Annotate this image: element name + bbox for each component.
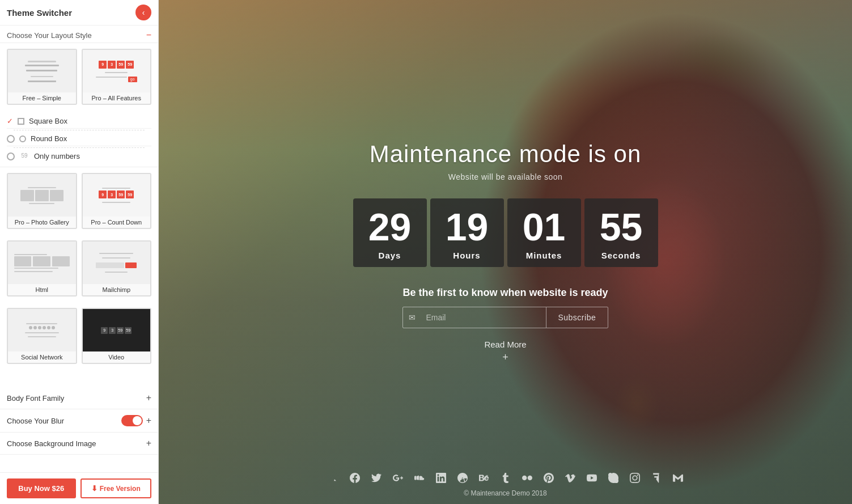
square-preview <box>18 118 24 125</box>
social-skype-icon[interactable] <box>605 470 621 486</box>
box-label-numbers: Only numbers <box>34 152 80 160</box>
theme-preview-html <box>8 242 76 284</box>
read-more-text[interactable]: Read More <box>484 340 526 349</box>
radio-round <box>7 135 15 143</box>
theme-card-video[interactable]: 9 3 59 59 Video <box>82 308 152 364</box>
social-pinterest-icon[interactable] <box>541 470 557 486</box>
seconds-value: 55 <box>600 207 643 246</box>
theme-preview-free-simple <box>8 50 76 92</box>
theme-label-pro-gallery: Pro – Photo Gallery <box>14 217 70 228</box>
theme-preview-social <box>8 309 76 351</box>
theme-card-pro-countdown[interactable]: 9 3 59 59 Pro – Count Down <box>82 173 152 229</box>
days-label: Days <box>379 251 401 260</box>
theme-label-html: Html <box>34 284 49 295</box>
theme-label-video: Video <box>107 351 125 363</box>
theme-label-social: Social Network <box>20 351 63 363</box>
social-tumblr-icon[interactable] <box>498 470 514 486</box>
free-version-button[interactable]: ⬇ Free Version <box>80 478 152 498</box>
round-preview <box>19 135 26 142</box>
check-icon: ✓ <box>7 117 13 125</box>
social-facebook-icon[interactable] <box>347 470 363 486</box>
social-gplus-icon[interactable] <box>390 470 406 486</box>
theme-preview-mailchimp <box>83 242 151 284</box>
section-layout-title: Choose Your Layout Style − <box>0 26 158 43</box>
main-content-area: Maintenance mode is on Website will be a… <box>159 0 852 504</box>
box-options: ✓ Square Box Round Box 59 Only numbers <box>0 111 158 167</box>
theme-card-free-simple[interactable]: Free – Simple <box>7 49 77 105</box>
subscribe-button[interactable]: Subscribe <box>546 307 607 328</box>
theme-grid-row1: Free – Simple 9 3 59 59 go <box>0 43 158 111</box>
hours-label: Hours <box>453 251 480 260</box>
theme-label-pro-all: Pro – All Features <box>91 92 142 104</box>
social-vk-icon[interactable] <box>325 470 341 486</box>
page-content: Maintenance mode is on Website will be a… <box>159 0 852 504</box>
theme-preview-pro-countdown: 9 3 59 59 <box>83 174 151 217</box>
settings-body-font[interactable]: Body Font Family + <box>0 387 158 409</box>
theme-card-pro-all[interactable]: 9 3 59 59 go Pro – All Features <box>82 49 152 105</box>
page-subtitle: Website will be available soon <box>448 172 563 181</box>
blur-label: Choose Your Blur <box>7 417 64 425</box>
theme-preview-pro-all: 9 3 59 59 go <box>83 50 151 92</box>
buy-now-button[interactable]: Buy Now $26 <box>7 478 76 498</box>
minutes-label: Minutes <box>526 251 562 260</box>
social-email-icon[interactable] <box>670 470 686 486</box>
minutes-value: 01 <box>523 207 566 246</box>
theme-label-free-simple: Free – Simple <box>22 92 62 104</box>
email-input[interactable] <box>421 307 546 328</box>
settings-bg-image[interactable]: Choose Background Image + <box>0 433 158 455</box>
theme-card-html[interactable]: Html <box>7 240 77 297</box>
email-icon: ✉ <box>403 307 421 328</box>
email-heading: Be the first to know when website is rea… <box>402 287 608 299</box>
theme-preview-video: 9 3 59 59 <box>83 309 151 351</box>
bg-image-expand-icon[interactable]: + <box>146 438 151 448</box>
box-option-round[interactable]: Round Box <box>7 132 151 146</box>
email-form: ✉ Subscribe <box>402 307 608 328</box>
social-behance-icon[interactable] <box>476 470 492 486</box>
social-soundcloud-icon[interactable] <box>412 470 427 486</box>
countdown-timer: 29 Days 19 Hours 01 Minutes 55 Seconds <box>353 198 658 267</box>
sidebar-close-button[interactable]: ‹ <box>135 5 151 20</box>
box-option-square[interactable]: ✓ Square Box <box>7 114 151 129</box>
social-twitter-icon[interactable] <box>368 470 384 486</box>
collapse-layout-icon[interactable]: − <box>146 30 151 40</box>
theme-preview-pro-gallery <box>8 174 76 217</box>
theme-card-social[interactable]: Social Network <box>7 308 77 364</box>
read-more-plus[interactable]: + <box>484 351 526 363</box>
social-instagram-icon[interactable] <box>627 470 643 486</box>
social-linkedin-icon[interactable] <box>433 470 449 486</box>
sidebar: Theme Switcher ‹ Choose Your Layout Styl… <box>0 0 159 504</box>
sidebar-header: Theme Switcher ‹ <box>0 0 158 26</box>
countdown-minutes: 01 Minutes <box>507 198 581 267</box>
theme-card-pro-gallery[interactable]: Pro – Photo Gallery <box>7 173 77 229</box>
sidebar-title: Theme Switcher <box>7 8 72 18</box>
radio-numbers <box>7 153 15 160</box>
email-section: Be the first to know when website is rea… <box>402 287 608 328</box>
theme-label-mailchimp: Mailchimp <box>101 284 132 295</box>
blur-toggle[interactable] <box>121 415 143 426</box>
social-icons-row <box>325 470 686 486</box>
body-font-label: Body Font Family <box>7 394 64 403</box>
theme-card-mailchimp[interactable]: Mailchimp <box>82 240 152 297</box>
social-foursquare-icon[interactable] <box>648 470 664 486</box>
body-font-expand-icon[interactable]: + <box>146 393 151 403</box>
social-flickr-icon[interactable] <box>519 470 535 486</box>
social-youtube-icon[interactable] <box>584 470 600 486</box>
toggle-knob <box>133 416 142 425</box>
seconds-label: Seconds <box>601 251 641 260</box>
theme-grid-row3: Html Mailchimp <box>0 235 158 302</box>
theme-label-pro-countdown: Pro – Count Down <box>90 217 143 228</box>
sidebar-buttons: Buy Now $26 ⬇ Free Version <box>0 472 158 504</box>
social-vimeo-icon[interactable] <box>562 470 578 486</box>
blur-expand-icon[interactable]: + <box>146 416 151 426</box>
download-icon: ⬇ <box>91 484 98 493</box>
days-value: 29 <box>368 207 412 246</box>
box-label-square: Square Box <box>29 117 67 125</box>
settings-blur[interactable]: Choose Your Blur + <box>0 409 158 433</box>
social-dribbble-icon[interactable] <box>455 470 470 486</box>
countdown-seconds: 55 Seconds <box>584 198 658 267</box>
theme-grid-row4: Social Network 9 3 59 59 Video <box>0 302 158 370</box>
read-more-section: Read More + <box>484 340 526 363</box>
box-option-numbers[interactable]: 59 Only numbers <box>7 149 151 163</box>
page-title: Maintenance mode is on <box>370 141 642 168</box>
box-label-round: Round Box <box>31 134 67 143</box>
